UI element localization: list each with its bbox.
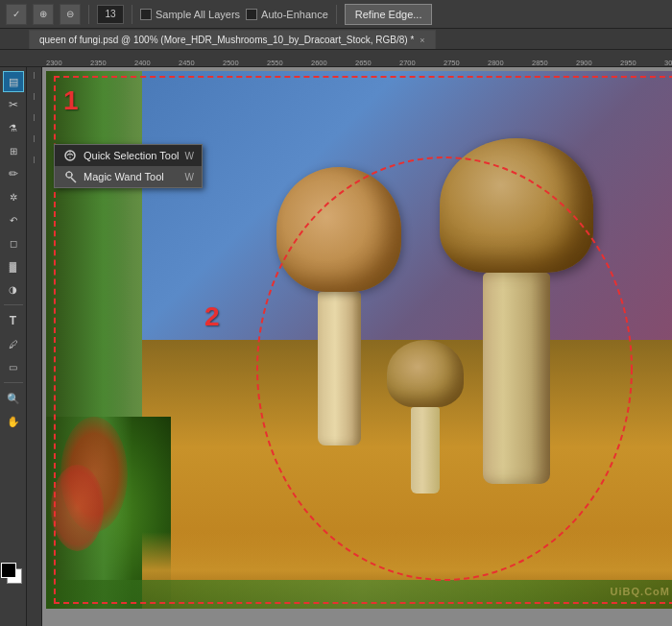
mushroom-cap-small <box>387 340 464 407</box>
tool-history[interactable]: ↶ <box>3 209 24 230</box>
ruler-tick-2300: 2300 <box>46 59 90 67</box>
sample-all-layers-label[interactable]: Sample All Layers <box>140 9 240 20</box>
ruler-tick-2900: 2900 <box>576 59 620 67</box>
magic-wand-shortcut: W <box>185 172 194 182</box>
tool-type[interactable]: T <box>3 310 24 331</box>
main-area: ▤ ✂ ⚗ ⊞ ✏ ✲ ↶ ◻ ▓ ◑ T <box>0 67 672 626</box>
tool-context-menu: Quick Selection Tool W Magic Wand Tool W <box>54 144 203 188</box>
mushroom-large-left <box>276 167 401 445</box>
ruler-content: 2300 2350 2400 2450 2500 2550 2600 2650 … <box>44 50 672 67</box>
auto-enhance-checkbox[interactable] <box>246 9 257 20</box>
ruler-tick-2800: 2800 <box>488 59 532 67</box>
mushroom-stem-left <box>318 292 361 445</box>
tool-shape[interactable]: ▭ <box>3 356 24 377</box>
top-toolbar: ✓ ⊕ ⊖ 13 Sample All Layers Auto-Enhance … <box>0 0 672 29</box>
ruler-tick-2650: 2650 <box>355 59 399 67</box>
ruler-tick-2350: 2350 <box>90 59 134 67</box>
bottom-grass <box>46 580 672 609</box>
tool-crop[interactable]: ✂ <box>3 94 24 115</box>
tool-hand[interactable]: ✋ <box>3 411 24 432</box>
auto-enhance-label[interactable]: Auto-Enhance <box>246 9 328 20</box>
ruler-tick-2400: 2400 <box>134 59 179 67</box>
ruler-tick-2450: 2450 <box>179 59 223 67</box>
color-swatches <box>1 563 26 588</box>
ruler-tick-2550: 2550 <box>267 59 311 67</box>
svg-line-2 <box>71 178 76 182</box>
tool-brush[interactable]: ✏ <box>3 163 24 184</box>
tool-zoom[interactable]: 🔍 <box>3 388 24 409</box>
magic-wand-tool-item[interactable]: Magic Wand Tool W <box>55 166 202 187</box>
mushroom-cap-left <box>276 167 401 292</box>
ruler-tick-2700: 2700 <box>399 59 444 67</box>
vertical-ruler: | | | | | <box>27 67 42 626</box>
tool-gradient[interactable]: ▓ <box>3 255 24 277</box>
tool-selection[interactable]: ▤ <box>3 71 24 92</box>
mushroom-small <box>387 340 464 494</box>
tab-title: queen of fungi.psd @ 100% (More_HDR_Mush… <box>39 35 414 45</box>
ruler-tick-2600: 2600 <box>311 59 355 67</box>
horizontal-ruler: 2300 2350 2400 2450 2500 2550 2600 2650 … <box>0 50 672 67</box>
mushrooms-container <box>238 167 603 570</box>
document-tab[interactable]: queen of fungi.psd @ 100% (More_HDR_Mush… <box>29 30 436 49</box>
toolbar-brush-icon[interactable]: ✓ <box>6 4 27 25</box>
mushroom-cap-right <box>440 138 593 273</box>
left-toolbox: ▤ ✂ ⚗ ⊞ ✏ ✲ ↶ ◻ ▓ ◑ T <box>0 67 27 626</box>
brush-size-box: 13 <box>97 5 124 24</box>
tool-eyedropper[interactable]: ⚗ <box>3 117 24 138</box>
ruler-tick-2850: 2850 <box>532 59 576 67</box>
tab-bar: queen of fungi.psd @ 100% (More_HDR_Mush… <box>0 29 672 50</box>
tool-eraser[interactable]: ◻ <box>3 232 24 253</box>
quick-selection-tool-item[interactable]: Quick Selection Tool W <box>55 145 202 166</box>
tool-dodge[interactable]: ◑ <box>3 278 24 300</box>
sample-all-checkbox[interactable] <box>140 9 152 20</box>
watermark: UiBQ.CoM <box>611 586 670 597</box>
separator-3 <box>336 5 337 24</box>
ruler-tick-2950: 2950 <box>620 59 664 67</box>
tool-pen[interactable]: 🖊 <box>3 333 24 354</box>
tool-clone[interactable]: ✲ <box>3 186 24 207</box>
tab-close-button[interactable]: × <box>420 36 424 45</box>
refine-edge-button[interactable]: Refine Edge... <box>345 4 433 25</box>
tool-heal[interactable]: ⊞ <box>3 140 24 161</box>
mushroom-stem-right <box>483 273 550 484</box>
quick-selection-shortcut: W <box>185 151 194 161</box>
ruler-tick-2750: 2750 <box>444 59 488 67</box>
tool-separator-2 <box>4 382 23 383</box>
quick-selection-label: Quick Selection Tool <box>84 150 179 161</box>
tool-separator-1 <box>4 304 23 305</box>
foreground-color-swatch[interactable] <box>1 563 16 578</box>
toolbar-select-icon[interactable]: ⊕ <box>33 4 54 25</box>
ruler-tick-2500: 2500 <box>223 59 267 67</box>
red-plant-2 <box>51 465 104 551</box>
label-num-2: 2 <box>204 301 220 332</box>
mushroom-stem-small <box>411 407 440 494</box>
canvas-area[interactable]: | | | | | <box>27 67 672 626</box>
label-num-1: 1 <box>63 85 79 116</box>
separator-2 <box>132 5 132 24</box>
magic-wand-label: Magic Wand Tool <box>84 171 164 182</box>
toolbar-subtract-icon[interactable]: ⊖ <box>60 4 81 25</box>
ruler-tick-3000: 3000 <box>664 59 672 67</box>
quick-selection-icon <box>62 148 78 163</box>
magic-wand-icon <box>62 169 78 184</box>
separator-1 <box>88 5 89 24</box>
